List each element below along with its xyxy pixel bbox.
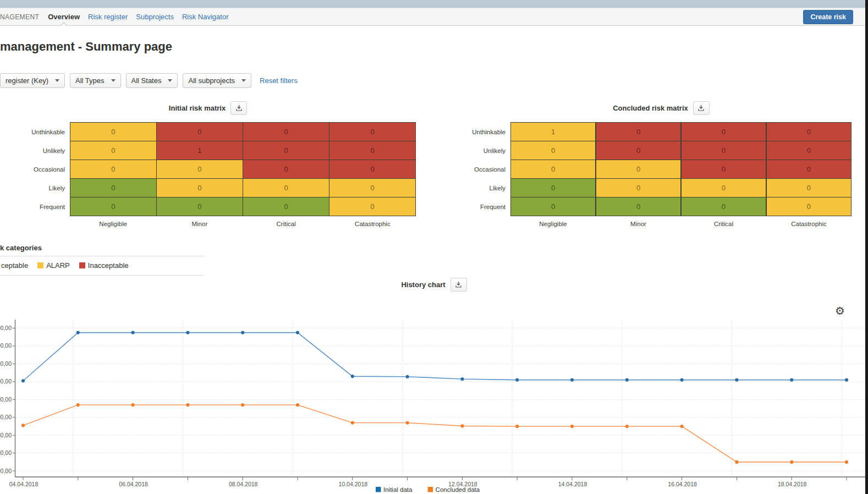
x-axis-label: 06.04.2018 [119,481,148,487]
matrix-cell[interactable]: 0 [329,179,415,197]
riskregister-dropdown[interactable]: register (Key) [0,73,65,88]
history-chart: 00,0000,0000,0000,0000,0000,0000,0000,00… [0,297,868,494]
matrix-column-label: Negligible [510,221,596,227]
matrix-cell[interactable]: 0 [767,179,851,197]
matrix-cell[interactable]: 0 [682,197,766,216]
create-risk-button[interactable]: Create risk [803,10,853,24]
legend-swatch-icon [376,487,381,492]
legend-label: Concluded data [436,486,480,493]
matrix-cell[interactable]: 0 [243,141,329,160]
matrix-column-label: Critical [681,221,766,227]
matrix-cell[interactable]: 0 [329,160,415,178]
data-point [406,375,409,378]
matrix-row-label: Unlikely [471,141,510,160]
matrix-cell[interactable]: 0 [596,197,680,216]
matrix-cell[interactable]: 0 [70,179,156,197]
matrix-cell[interactable]: 0 [70,160,156,178]
risk-category-item: ceptable [1,261,28,270]
matrix-cell[interactable]: 1 [511,123,595,141]
category-swatch-icon [37,262,43,268]
chevron-down-icon [241,79,246,82]
data-point [76,403,80,407]
chart-settings-gear-icon[interactable]: ⚙ [835,305,845,316]
matrix-row-label: Frequent [471,197,510,216]
nav-item-risk-navigator[interactable]: Risk Navigator [182,13,229,21]
concluded-risk-matrix: Concluded risk matrix UnthinkableUnlikel… [471,101,851,227]
chevron-down-icon [168,79,172,82]
matrix-cell[interactable]: 0 [329,123,415,141]
matrix-cell[interactable]: 0 [157,123,243,141]
export-matrix-button[interactable] [693,101,710,115]
matrix-cell[interactable]: 0 [767,160,851,178]
matrix-cell[interactable]: 1 [157,141,243,160]
data-point [241,403,244,407]
data-point [460,424,464,427]
export-chart-button[interactable] [451,278,467,292]
matrix-cell[interactable]: 0 [243,123,329,141]
types-dropdown[interactable]: All Types [70,73,121,88]
data-point [131,403,135,407]
x-axis-label: 10.04.2018 [339,481,368,487]
project-name-label: NAGEMENT [0,13,39,21]
matrix-row-label: Unthinkable [0,123,70,141]
matrix-cell[interactable]: 0 [596,141,680,160]
nav-item-subprojects[interactable]: Subprojects [136,13,174,21]
subprojects-dropdown-label: All subprojects [188,76,235,85]
matrix-cell[interactable]: 0 [157,160,243,178]
download-icon [235,105,243,112]
nav-item-risk-register[interactable]: Risk register [88,13,128,21]
matrix-cell[interactable]: 0 [329,141,415,160]
matrix-cell[interactable]: 0 [329,197,415,216]
export-matrix-button[interactable] [230,101,247,115]
matrix-row-label: Likely [0,179,70,197]
data-point [845,378,848,382]
nav-item-overview[interactable]: Overview [48,13,80,21]
reset-filters-link[interactable]: Reset filters [260,76,298,85]
matrix-cell[interactable]: 0 [157,179,243,197]
y-axis-label: 00,00 [0,449,12,456]
matrix-cell[interactable]: 0 [596,160,680,178]
matrix-cell[interactable]: 0 [682,123,766,141]
matrix-cell[interactable]: 0 [70,141,156,160]
y-axis-label: 00,00 [0,378,12,385]
matrix-cell[interactable]: 0 [243,197,329,216]
matrix-cell[interactable]: 0 [596,179,680,197]
matrix-cell[interactable]: 0 [767,141,851,160]
matrix-cell[interactable]: 0 [511,160,595,178]
matrix-column-label: Catastrophic [329,221,416,227]
matrix-column-label: Minor [596,221,681,227]
data-point [790,460,793,464]
matrix-cell[interactable]: 0 [511,197,595,216]
y-axis-label: 00,00 [0,396,12,403]
matrix-cell[interactable]: 0 [596,123,680,141]
data-point [351,375,354,378]
matrix-row-label: Frequent [0,197,70,216]
risk-categories-panel: k categories ceptableALARPInacceptable [0,241,204,276]
concluded-risk-matrix-title: Concluded risk matrix [613,104,688,112]
matrix-cell[interactable]: 0 [511,141,595,160]
matrix-cell[interactable]: 0 [682,160,766,178]
states-dropdown[interactable]: All States [126,73,178,88]
category-swatch-icon [79,262,85,268]
matrix-cell[interactable]: 0 [70,197,156,216]
data-point [460,377,464,381]
data-point [570,425,574,428]
matrix-cell[interactable]: 0 [70,123,156,141]
data-point [570,378,574,382]
risk-categories-legend: ceptableALARPInacceptable [0,256,204,276]
matrix-cell[interactable]: 0 [243,179,329,197]
matrix-cell[interactable]: 0 [767,197,851,216]
matrix-cell[interactable]: 0 [157,197,243,216]
y-axis-label: 00,00 [0,414,12,420]
initial-risk-matrix: Initial risk matrix UnthinkableUnlikelyO… [0,101,416,227]
matrix-cell[interactable]: 0 [243,160,329,178]
matrix-cell[interactable]: 0 [682,141,766,160]
chevron-down-icon [55,79,59,82]
subprojects-dropdown[interactable]: All subprojects [183,73,251,88]
series-line-1 [23,405,847,462]
matrix-cell[interactable]: 0 [511,179,595,197]
y-axis-label: 00,00 [0,432,12,438]
matrix-cell[interactable]: 0 [682,179,766,197]
x-axis-label: 04.04.2018 [9,481,39,487]
matrix-cell[interactable]: 0 [767,123,851,141]
